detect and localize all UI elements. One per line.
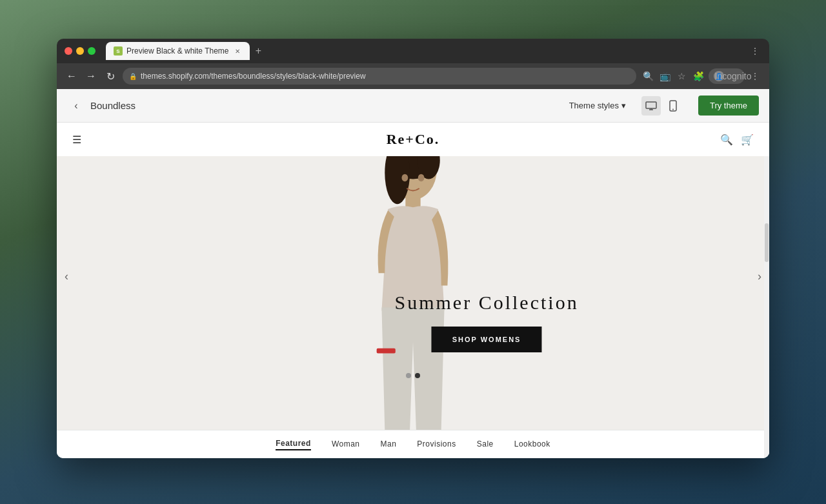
- nav-woman[interactable]: Woman: [332, 439, 360, 450]
- store-logo: Re+Co.: [387, 131, 440, 148]
- new-tab-button[interactable]: +: [250, 42, 268, 60]
- desktop-view-button[interactable]: [641, 96, 661, 116]
- extension-icon[interactable]: 🧩: [692, 70, 705, 83]
- hero-model-image: [303, 123, 523, 430]
- incognito-label: Incognito: [727, 70, 740, 83]
- store-nav-icons: 🔍 🛒: [720, 134, 754, 146]
- hero-text-overlay: Summer Collection SHOP WOMENS: [394, 292, 578, 352]
- mobile-view-button[interactable]: [663, 96, 683, 116]
- hamburger-menu-icon[interactable]: ☰: [72, 134, 81, 146]
- back-button[interactable]: ←: [65, 69, 79, 83]
- maximize-window-button[interactable]: [88, 47, 96, 55]
- svg-point-12: [402, 174, 408, 182]
- hero-title: Summer Collection: [394, 292, 578, 314]
- store-bottom-nav: Featured Woman Man Provisions Sale Lookb…: [57, 430, 769, 458]
- cart-icon[interactable]: 🛒: [741, 134, 754, 146]
- back-chevron-icon: ‹: [74, 100, 77, 112]
- chevron-down-icon: ▾: [621, 101, 626, 110]
- scrollbar[interactable]: [764, 123, 769, 458]
- theme-styles-label: Theme styles: [569, 101, 619, 110]
- nav-featured[interactable]: Featured: [276, 439, 311, 450]
- more-options-icon[interactable]: ⋮: [749, 70, 761, 83]
- close-window-button[interactable]: [65, 47, 72, 55]
- minimize-window-button[interactable]: [76, 47, 84, 55]
- svg-rect-11: [377, 348, 396, 354]
- device-switcher: [641, 96, 683, 116]
- url-text: themes.shopify.com/themes/boundless/styl…: [141, 72, 366, 81]
- carousel-dot-2[interactable]: [415, 373, 420, 378]
- scrollbar-thumb[interactable]: [765, 223, 769, 262]
- nav-lookbook[interactable]: Lookbook: [514, 439, 550, 450]
- theme-name-label: Boundless: [90, 100, 136, 111]
- shop-womens-button[interactable]: SHOP WOMENS: [432, 327, 542, 352]
- carousel-dots: [406, 373, 420, 378]
- theme-styles-dropdown[interactable]: Theme styles ▾: [564, 98, 631, 113]
- back-to-themes-button[interactable]: ‹: [67, 97, 85, 115]
- browser-menu-button[interactable]: ⋮: [749, 45, 761, 57]
- address-bar[interactable]: 🔒 themes.shopify.com/themes/boundless/st…: [123, 68, 636, 85]
- browser-actions-right: 🔍 📺 ☆ 🧩 👤 Incognito ⋮: [641, 68, 761, 84]
- carousel-prev-button[interactable]: ‹: [59, 265, 74, 288]
- browser-window: S Preview Black & white Theme ✕ + ⋮ ← → …: [57, 39, 769, 458]
- browser-addressbar: ← → ↻ 🔒 themes.shopify.com/themes/boundl…: [57, 63, 769, 89]
- tab-close-button[interactable]: ✕: [233, 46, 242, 55]
- svg-point-4: [672, 108, 674, 110]
- refresh-button[interactable]: ↻: [103, 69, 117, 83]
- shopify-favicon: S: [114, 46, 123, 55]
- nav-sale[interactable]: Sale: [477, 439, 494, 450]
- store-nav: ☰ Re+Co. 🔍 🛒: [57, 123, 769, 156]
- nav-provisions[interactable]: Provisions: [417, 439, 456, 450]
- carousel-dot-1[interactable]: [406, 373, 411, 378]
- svg-point-13: [418, 174, 425, 182]
- tab-bar: S Preview Black & white Theme ✕ +: [106, 42, 743, 60]
- forward-button[interactable]: →: [84, 69, 98, 83]
- cast-icon[interactable]: 📺: [658, 70, 671, 83]
- browser-titlebar: S Preview Black & white Theme ✕ + ⋮: [57, 39, 769, 63]
- hero-section: Summer Collection SHOP WOMENS ‹ ›: [57, 123, 769, 430]
- carousel-next-button[interactable]: ›: [752, 265, 767, 288]
- lock-icon: 🔒: [129, 73, 137, 80]
- theme-preview-bar: ‹ Boundless Theme styles ▾ Try th: [57, 89, 769, 123]
- incognito-button[interactable]: 👤 Incognito: [709, 68, 745, 84]
- nav-man[interactable]: Man: [381, 439, 397, 450]
- browser-controls-right: ⋮: [749, 45, 761, 57]
- traffic-lights: [65, 47, 96, 55]
- search-store-icon[interactable]: 🔍: [720, 134, 733, 146]
- store-preview: ☰ Re+Co. 🔍 🛒: [57, 123, 769, 458]
- svg-rect-0: [646, 102, 656, 108]
- tab-title: Preview Black & white Theme: [126, 46, 229, 55]
- search-icon[interactable]: 🔍: [641, 70, 654, 83]
- try-theme-button[interactable]: Try theme: [698, 96, 759, 116]
- active-tab[interactable]: S Preview Black & white Theme ✕: [106, 42, 250, 60]
- bookmark-icon[interactable]: ☆: [675, 70, 688, 83]
